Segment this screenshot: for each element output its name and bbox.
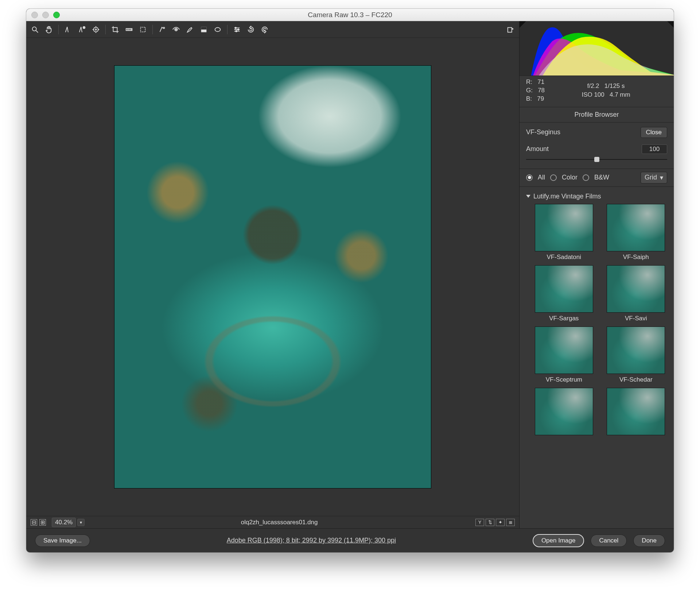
- profile-thumb-image: [607, 388, 665, 435]
- filmstrip-icon[interactable]: ≣: [506, 519, 515, 526]
- svg-point-28: [238, 29, 239, 30]
- profile-thumb[interactable]: VF-Schedar: [603, 327, 669, 383]
- profile-thumb-image: [535, 327, 593, 374]
- toolbar: [26, 21, 519, 38]
- shadow-clip-icon[interactable]: [520, 21, 526, 28]
- zoom-bar: ⊟ ⊞ 40.2% ▾ olq2zh_lucasssoares01.dng Y …: [26, 516, 519, 528]
- profile-thumb-image: [607, 265, 665, 313]
- svg-rect-30: [508, 27, 512, 32]
- red-eye-icon[interactable]: [171, 24, 181, 35]
- open-copy-icon[interactable]: [505, 24, 516, 35]
- chevron-down-icon: ▾: [660, 174, 663, 182]
- profile-browser-header: Profile Browser: [520, 107, 674, 123]
- zoom-menu-chevron-icon[interactable]: ▾: [77, 519, 85, 526]
- filter-all-label: All: [538, 174, 545, 181]
- rotate-ccw-icon[interactable]: [246, 24, 256, 35]
- amount-label: Amount: [526, 145, 642, 153]
- white-balance-icon[interactable]: [63, 24, 73, 35]
- profile-thumb[interactable]: [603, 388, 669, 437]
- profile-thumb-image: [535, 204, 593, 251]
- radial-filter-icon[interactable]: [213, 24, 223, 35]
- zoom-tool-icon[interactable]: [30, 24, 40, 35]
- profile-thumb-image: [607, 204, 665, 251]
- svg-point-17: [163, 27, 165, 28]
- hand-tool-icon[interactable]: [44, 24, 54, 35]
- profile-thumb-image: [535, 388, 593, 435]
- amount-slider[interactable]: [526, 156, 667, 163]
- profile-thumb-label: VF-Sceptrum: [546, 376, 582, 383]
- svg-point-5: [94, 27, 98, 32]
- preview-image: [114, 65, 431, 488]
- svg-point-23: [215, 27, 221, 31]
- save-image-button[interactable]: Save Image...: [35, 534, 90, 547]
- snapshot-icon[interactable]: ✦: [496, 519, 505, 526]
- filter-bw-radio[interactable]: [583, 174, 589, 181]
- svg-rect-16: [141, 27, 145, 32]
- disclosure-triangle-icon: [526, 195, 530, 198]
- profile-thumb-label: VF-Schedar: [619, 376, 653, 383]
- workflow-link[interactable]: Adobe RGB (1998); 8 bit; 2992 by 3992 (1…: [97, 537, 526, 544]
- exif-readout: f/2.2 1/125 s ISO 100 4.7 mm: [545, 82, 667, 100]
- left-pane: ⊟ ⊞ 40.2% ▾ olq2zh_lucasssoares01.dng Y …: [26, 21, 519, 528]
- open-image-button[interactable]: Open Image: [533, 534, 584, 547]
- amount-row: Amount 100: [520, 142, 674, 169]
- straighten-icon[interactable]: [124, 24, 134, 35]
- profile-thumb[interactable]: VF-Sargas: [531, 265, 597, 322]
- target-adjust-icon[interactable]: [91, 24, 101, 35]
- highlight-clip-icon[interactable]: [667, 21, 674, 28]
- rotate-cw-icon[interactable]: [260, 24, 270, 35]
- profile-thumb-label: VF-Sadatoni: [547, 254, 582, 261]
- cancel-button[interactable]: Cancel: [591, 534, 627, 547]
- profile-name-row: VF-Seginus Close: [520, 123, 674, 142]
- transform-icon[interactable]: [138, 24, 148, 35]
- zoom-level[interactable]: 40.2%: [52, 518, 76, 527]
- app-window: Camera Raw 10.3 – FC220: [26, 9, 674, 552]
- spot-removal-icon[interactable]: [157, 24, 167, 35]
- rgb-readout: R: 71 G: 78 B: 79: [526, 78, 545, 103]
- filter-bw-label: B&W: [594, 174, 609, 181]
- filter-all-radio[interactable]: [526, 174, 533, 181]
- adjustment-brush-icon[interactable]: [185, 24, 195, 35]
- filter-color-label: Color: [562, 174, 578, 181]
- right-panel: R: 71 G: 78 B: 79 f/2.2 1/125 s ISO 100 …: [519, 21, 674, 528]
- profile-thumb-label: VF-Savi: [625, 315, 647, 322]
- crop-icon[interactable]: [110, 24, 120, 35]
- profile-group-header[interactable]: Lutify.me Vintage Films: [525, 190, 669, 204]
- profile-thumb-label: VF-Sargas: [549, 315, 579, 322]
- zoom-out-icon[interactable]: ⊟: [31, 519, 37, 526]
- histogram[interactable]: [520, 21, 674, 76]
- filter-color-radio[interactable]: [550, 174, 557, 181]
- svg-line-1: [36, 30, 38, 32]
- profile-thumb[interactable]: [531, 388, 597, 437]
- profile-thumb-image: [607, 327, 665, 374]
- titlebar: Camera Raw 10.3 – FC220: [26, 9, 674, 21]
- window-title: Camera Raw 10.3 – FC220: [26, 11, 674, 19]
- filename-label: olq2zh_lucasssoares01.dng: [85, 519, 474, 526]
- filter-row: All Color B&W Grid ▾: [520, 169, 674, 187]
- profile-thumb-label: VF-Saiph: [623, 254, 649, 261]
- svg-point-27: [235, 27, 237, 28]
- before-after-icon[interactable]: Y: [475, 519, 484, 526]
- profile-thumb[interactable]: VF-Saiph: [603, 204, 669, 261]
- profile-list[interactable]: Lutify.me Vintage Films VF-SadatoniVF-Sa…: [520, 187, 674, 528]
- svg-rect-22: [201, 27, 207, 29]
- profile-thumb[interactable]: VF-Savi: [603, 265, 669, 322]
- graduated-filter-icon[interactable]: [199, 24, 209, 35]
- swap-icon[interactable]: ⇅: [486, 519, 494, 526]
- view-mode-select[interactable]: Grid ▾: [641, 172, 667, 184]
- svg-point-0: [32, 27, 36, 31]
- profile-thumb[interactable]: VF-Sceptrum: [531, 327, 597, 383]
- profile-thumb[interactable]: VF-Sadatoni: [531, 204, 597, 261]
- zoom-in-icon[interactable]: ⊞: [39, 519, 46, 526]
- amount-input[interactable]: 100: [642, 144, 667, 154]
- svg-point-29: [236, 30, 237, 32]
- color-sampler-icon[interactable]: [77, 24, 87, 35]
- preferences-icon[interactable]: [232, 24, 242, 35]
- image-canvas[interactable]: [26, 38, 519, 516]
- done-button[interactable]: Done: [633, 534, 665, 547]
- svg-point-6: [95, 29, 97, 30]
- profile-thumb-image: [535, 265, 593, 313]
- footer: Save Image... Adobe RGB (1998); 8 bit; 2…: [26, 528, 674, 552]
- close-button[interactable]: Close: [641, 127, 667, 138]
- current-profile-name: VF-Seginus: [526, 128, 637, 136]
